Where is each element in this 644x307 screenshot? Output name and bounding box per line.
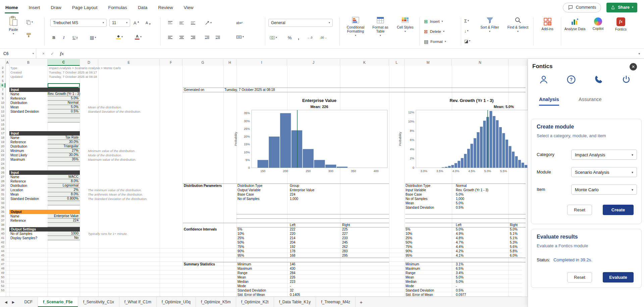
row-header-29[interactable]: 29 <box>0 184 5 188</box>
enter-icon[interactable]: ✓ <box>51 51 54 56</box>
field-value-cell[interactable]: 27% <box>48 149 80 153</box>
column-header-D[interactable]: D <box>80 59 98 66</box>
row-header-32[interactable]: 32 <box>0 197 5 201</box>
column-header-L[interactable]: L <box>389 59 405 66</box>
cell-styles-button[interactable]: Cell Styles ▾ <box>393 16 417 48</box>
clear-button[interactable]: ◪▾ <box>464 37 470 45</box>
field-value-cell[interactable] <box>48 162 80 166</box>
field-value-cell[interactable]: Tax Rate <box>48 136 80 140</box>
row-header-3[interactable]: 3 <box>0 70 5 74</box>
sheet-nav-left-arrow[interactable]: ◀ <box>5 300 7 304</box>
row-header-11[interactable]: 11 <box>0 105 5 109</box>
field-value-cell[interactable]: 30.0% <box>48 140 80 144</box>
row-header-42[interactable]: 42 <box>0 240 5 245</box>
field-value-cell[interactable]: 0.5% <box>48 109 80 114</box>
align-left-button[interactable] <box>168 34 173 42</box>
row-header-51[interactable]: 51 <box>0 279 5 284</box>
create-reset-button[interactable]: Reset <box>567 205 592 215</box>
underline-button[interactable]: U▾ <box>72 34 77 42</box>
sheet-tab-f_what-if_c1m[interactable]: f_What If_C1m <box>119 297 157 307</box>
sheet-tab-f_treemap_m4z[interactable]: f_Treemap_M4z <box>316 297 356 307</box>
sort-filter-button[interactable]: Sort & Filter ▾ <box>476 16 503 47</box>
row-header-34[interactable]: 34 <box>0 205 5 210</box>
column-header-F[interactable]: F <box>160 59 182 66</box>
field-value-cell[interactable] <box>48 201 80 205</box>
find-select-button[interactable]: Find & Select ▾ <box>505 16 531 47</box>
align-top-button[interactable] <box>168 19 173 27</box>
row-header-26[interactable]: 26 <box>0 170 5 175</box>
row-header-5[interactable]: 5 <box>0 79 5 83</box>
sheet-tab-f_scenario_f5e[interactable]: f_Scenario_F5e <box>38 297 78 307</box>
evaluate-reset-button[interactable]: Reset <box>567 272 592 283</box>
selected-cell-outline[interactable] <box>48 83 80 88</box>
column-header-G[interactable]: G <box>182 59 223 66</box>
phone-icon[interactable] <box>594 74 604 85</box>
row-header-27[interactable]: 27 <box>0 175 5 179</box>
sheet-tab-f_optimize_u0q[interactable]: f_Optimize_U0q <box>157 297 196 307</box>
decrease-decimal-button[interactable]: .00→ <box>320 34 327 42</box>
column-header-partial[interactable] <box>508 59 527 66</box>
ribbon-tab-page-layout[interactable]: Page Layout <box>67 0 103 15</box>
number-format-combo[interactable]: General▾ <box>268 19 333 27</box>
format-as-table-button[interactable]: Format as Table ▾ <box>368 16 392 48</box>
ribbon-tab-review[interactable]: Review <box>153 0 178 15</box>
create-button[interactable]: Create <box>603 205 634 215</box>
row-header-6[interactable]: 6 <box>0 83 5 88</box>
column-header-E[interactable]: E <box>98 59 160 66</box>
comments-button[interactable]: Comments <box>563 3 601 12</box>
cancel-icon[interactable]: × <box>42 51 45 56</box>
comma-style-button[interactable]: , <box>298 34 299 42</box>
row-header-15[interactable]: 15 <box>0 122 5 127</box>
field-value-cell[interactable]: 8.0% <box>48 179 80 184</box>
fontics-addin-button[interactable]: fx Fontics <box>610 17 631 48</box>
row-header-39[interactable]: 39 <box>0 227 5 232</box>
row-header-52[interactable]: 52 <box>0 284 5 288</box>
insert-function-icon[interactable]: fx <box>60 51 64 56</box>
copilot-button[interactable]: Copilot <box>588 17 608 48</box>
field-value-cell[interactable]: 5.0% <box>48 96 80 101</box>
insert-cells-button[interactable]: ⊞Insert▾ <box>424 17 443 25</box>
row-header-9[interactable]: 9 <box>0 96 5 101</box>
decrease-indent-button[interactable] <box>205 34 210 42</box>
row-header-49[interactable]: 49 <box>0 271 5 275</box>
format-painter-button[interactable] <box>26 31 31 39</box>
row-header-47[interactable]: 47 <box>0 262 5 266</box>
add-sheet-button[interactable]: + <box>356 297 367 307</box>
merge-center-button[interactable]: ▾ <box>236 33 244 41</box>
ribbon-tab-home[interactable]: Home <box>0 0 23 15</box>
autosum-button[interactable]: Σ▾ <box>464 17 469 25</box>
format-cells-button[interactable]: ▤Format▾ <box>424 38 446 46</box>
analyse-data-button[interactable]: Analyse Data <box>564 17 586 48</box>
field-value-cell[interactable] <box>48 223 80 227</box>
column-header-C[interactable]: C <box>48 59 80 66</box>
font-color-button[interactable]: A▾ <box>135 33 142 41</box>
task-pane-close-button[interactable]: ✕ <box>630 63 637 70</box>
row-header-28[interactable]: 28 <box>0 179 5 184</box>
field-value-cell[interactable]: Normal <box>48 101 80 105</box>
pane-tab-analysis[interactable]: Analysis <box>539 97 559 106</box>
ribbon-tab-insert[interactable]: Insert <box>23 0 46 15</box>
addins-button[interactable]: Add-ins <box>537 17 558 48</box>
column-header-I[interactable]: I <box>236 59 287 66</box>
row-header-21[interactable]: 21 <box>0 149 5 153</box>
increase-font-size-button[interactable]: A▲ <box>133 19 140 27</box>
row-header-45[interactable]: 45 <box>0 253 5 258</box>
power-icon[interactable] <box>621 74 631 85</box>
row-header-46[interactable]: 46 <box>0 258 5 262</box>
row-header-53[interactable]: 53 <box>0 288 5 293</box>
field-value-cell[interactable]: 35% <box>48 157 80 162</box>
column-header-N[interactable]: N <box>452 59 508 66</box>
sheet-tab-f_data-table_k1y[interactable]: f_Data Table_K1y <box>274 297 316 307</box>
field-value-cell[interactable]: Triangular <box>48 144 80 149</box>
row-header-50[interactable]: 50 <box>0 275 5 279</box>
row-header-19[interactable]: 19 <box>0 140 5 144</box>
ribbon-tab-data[interactable]: Data <box>132 0 153 15</box>
field-value-cell[interactable]: 2% <box>48 188 80 192</box>
field-value-cell[interactable]: Enterprise Value <box>48 214 80 218</box>
font-size-combo[interactable]: 11▾ <box>109 19 130 27</box>
row-header-33[interactable]: 33 <box>0 201 5 205</box>
name-box[interactable]: C6▾ <box>0 49 36 59</box>
sheet-tab-dcf[interactable]: DCF <box>19 297 38 307</box>
field-value-cell[interactable]: Rev. Growth (Yr 1 - 3) <box>48 92 80 96</box>
bold-button[interactable]: B <box>52 34 55 42</box>
